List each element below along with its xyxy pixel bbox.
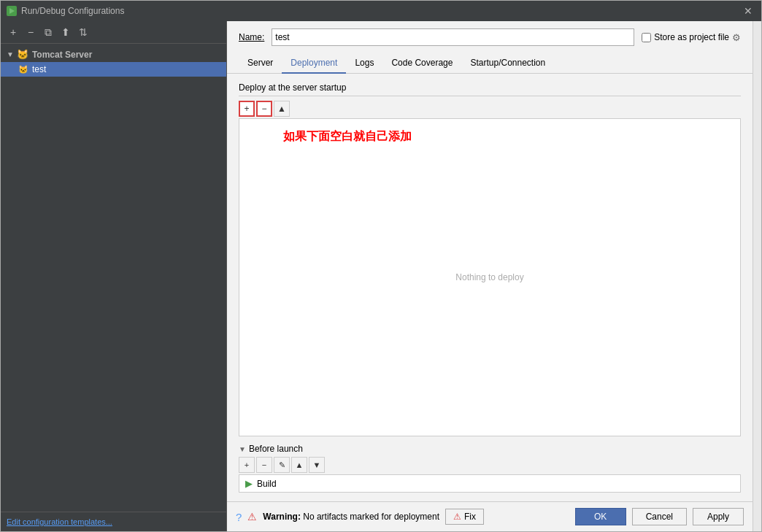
title-bar-left: Run/Debug Configurations (7, 6, 124, 16)
app-icon (7, 6, 17, 16)
before-launch-header[interactable]: ▼ Before launch (239, 444, 741, 454)
tree-item-label: test (32, 64, 46, 74)
nothing-to-deploy-text: Nothing to deploy (455, 272, 523, 282)
fix-warning-icon: ⚠ (453, 512, 461, 522)
title-bar: Run/Debug Configurations ✕ (1, 1, 761, 21)
deploy-add-button[interactable]: + (239, 101, 255, 117)
deploy-section-header: Deploy at the server startup (239, 82, 741, 96)
name-label: Name: (239, 32, 264, 42)
remove-config-button[interactable]: − (23, 24, 39, 40)
store-as-project-label: Store as project file (654, 32, 729, 42)
bottom-left: ? ⚠ Warning: No artifacts marked for dep… (236, 509, 484, 525)
warning-label: Warning: (263, 512, 301, 522)
config-name-input[interactable] (272, 28, 634, 46)
bl-up-button[interactable]: ▲ (291, 457, 307, 473)
tree-category-tomcat[interactable]: ▼ 🐱 Tomcat Server (1, 47, 226, 62)
tab-startup-connection[interactable]: Startup/Connection (461, 53, 554, 74)
deploy-area: 如果下面空白就自己添加 Nothing to deploy (239, 118, 741, 436)
fix-label: Fix (464, 512, 476, 522)
before-launch-section: ▼ Before launch + − ✎ ▲ ▼ ▶ (239, 444, 741, 493)
warning-icon: ⚠ (247, 511, 257, 523)
up-arrow-icon: ▲ (277, 104, 286, 114)
config-item-icon: 🐱 (18, 65, 28, 74)
left-toolbar: + − ⧉ ⬆ ⇅ (1, 21, 226, 44)
annotation-text: 如果下面空白就自己添加 (283, 129, 412, 144)
before-launch-toolbar: + − ✎ ▲ ▼ (239, 457, 741, 473)
sort-config-button[interactable]: ⇅ (75, 24, 91, 40)
bottom-bar: ? ⚠ Warning: No artifacts marked for dep… (227, 501, 753, 531)
bl-down-button[interactable]: ▼ (309, 457, 325, 473)
config-tree: ▼ 🐱 Tomcat Server 🐱 test (1, 44, 226, 512)
deploy-remove-button[interactable]: − (256, 101, 272, 117)
left-bottom: Edit configuration templates... (1, 512, 226, 531)
right-scrollbar[interactable] (753, 21, 761, 531)
close-button[interactable]: ✕ (741, 5, 755, 17)
tab-deployment[interactable]: Deployment (282, 53, 346, 74)
bl-add-button[interactable]: + (239, 457, 255, 473)
tree-category-label: Tomcat Server (32, 50, 92, 60)
bl-edit-button[interactable]: ✎ (274, 457, 290, 473)
warning-text: Warning: No artifacts marked for deploym… (263, 512, 439, 522)
build-icon: ▶ (245, 478, 253, 489)
deploy-toolbar: + − ▲ (239, 101, 741, 117)
config-header: Name: Store as project file ⚙ (227, 21, 753, 53)
tab-logs[interactable]: Logs (346, 53, 382, 74)
copy-config-button[interactable]: ⧉ (40, 24, 56, 40)
minus-icon: − (261, 104, 266, 114)
collapse-arrow-icon: ▼ (239, 445, 246, 453)
before-launch-label: Before launch (249, 444, 303, 454)
store-project-area: Store as project file ⚙ (642, 32, 741, 43)
right-panel: Name: Store as project file ⚙ Server Dep… (227, 21, 753, 531)
store-as-project-checkbox[interactable] (642, 33, 651, 42)
add-config-button[interactable]: + (5, 24, 21, 40)
main-content: + − ⧉ ⬆ ⇅ ▼ 🐱 Tomcat Server 🐱 test Edit … (1, 21, 761, 531)
left-panel: + − ⧉ ⬆ ⇅ ▼ 🐱 Tomcat Server 🐱 test Edit … (1, 21, 227, 531)
bl-item-build[interactable]: ▶ Build (239, 475, 740, 492)
plus-icon: + (244, 104, 249, 114)
move-config-button[interactable]: ⬆ (58, 24, 74, 40)
help-icon[interactable]: ? (236, 511, 242, 523)
fix-button[interactable]: ⚠ Fix (445, 509, 484, 525)
run-debug-dialog: Run/Debug Configurations ✕ + − ⧉ ⬆ ⇅ ▼ 🐱… (0, 0, 762, 532)
tomcat-icon: 🐱 (17, 49, 28, 60)
tabs-bar: Server Deployment Logs Code Coverage Sta… (227, 53, 753, 74)
tab-server[interactable]: Server (239, 53, 282, 74)
edit-templates-link[interactable]: Edit configuration templates... (7, 517, 112, 526)
deploy-up-button[interactable]: ▲ (274, 101, 290, 117)
deployment-tab-content: Deploy at the server startup + − ▲ (227, 74, 753, 501)
ok-button[interactable]: OK (575, 508, 626, 525)
warning-detail: No artifacts marked for deployment (303, 512, 439, 522)
bl-remove-button[interactable]: − (256, 457, 272, 473)
bl-item-label: Build (257, 479, 277, 489)
tree-arrow-icon: ▼ (7, 50, 14, 58)
store-settings-gear-button[interactable]: ⚙ (732, 32, 741, 43)
bottom-right: OK Cancel Apply (575, 508, 744, 525)
cancel-button[interactable]: Cancel (632, 508, 687, 525)
before-launch-list: ▶ Build (239, 474, 741, 493)
svg-marker-0 (9, 8, 15, 14)
tab-code-coverage[interactable]: Code Coverage (382, 53, 461, 74)
apply-button[interactable]: Apply (693, 508, 744, 525)
right-content-wrapper: Name: Store as project file ⚙ Server Dep… (227, 21, 761, 531)
tree-item-test[interactable]: 🐱 test (1, 62, 226, 77)
dialog-title: Run/Debug Configurations (21, 6, 124, 16)
